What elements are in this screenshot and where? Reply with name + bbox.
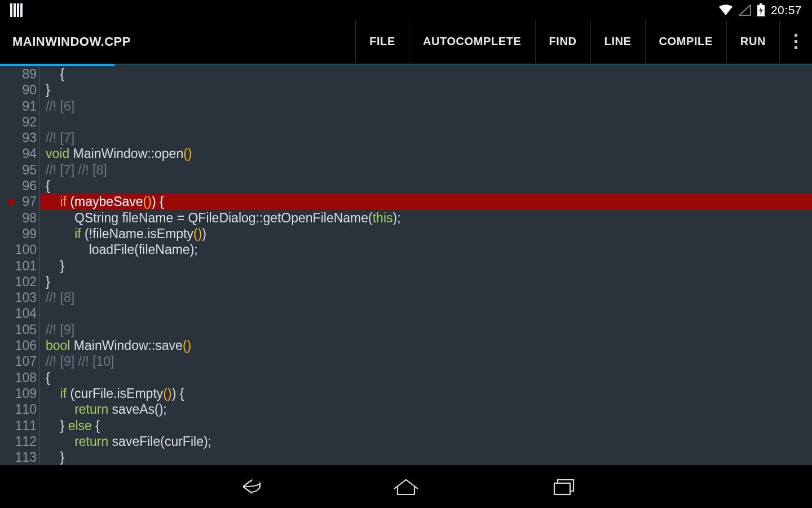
menu-autocomplete[interactable]: AUTOCOMPLETE (409, 20, 535, 63)
code-content[interactable]: QString fileName = QFileDialog::getOpenF… (39, 210, 812, 226)
code-content[interactable]: //! [9] (39, 322, 812, 338)
code-content[interactable]: return saveFile(curFile); (39, 433, 812, 449)
line-number[interactable]: 95 (0, 162, 39, 178)
code-line[interactable]: 111 } else { (0, 418, 812, 433)
line-number[interactable]: 94 (0, 146, 39, 161)
line-number[interactable]: 111 (0, 418, 39, 433)
code-line[interactable]: 99 if (!fileName.isEmpty()) (0, 226, 812, 242)
code-content[interactable]: void MainWindow::open() (39, 146, 812, 161)
cell-signal-icon (739, 5, 751, 16)
line-number[interactable]: 103 (0, 290, 39, 305)
code-content[interactable]: //! [8] (39, 290, 812, 305)
code-line[interactable]: 104 (0, 305, 812, 321)
menu-compile[interactable]: COMPILE (645, 20, 726, 63)
line-number[interactable]: 106 (0, 338, 39, 353)
code-line[interactable]: 91//! [6] (0, 98, 812, 114)
code-content[interactable]: } else { (39, 418, 812, 433)
action-bar: MAINWINDOW.CPP FILE AUTOCOMPLETE FIND LI… (0, 20, 812, 64)
code-content[interactable]: loadFile(fileName); (39, 242, 812, 257)
code-content[interactable] (39, 114, 812, 130)
line-number[interactable]: 90 (0, 82, 39, 98)
code-line[interactable]: 96{ (0, 178, 812, 194)
code-content[interactable]: //! [7] (39, 130, 812, 146)
code-line[interactable]: 106bool MainWindow::save() (0, 338, 812, 353)
code-line[interactable]: 92 (0, 114, 812, 130)
code-content[interactable]: } (39, 82, 812, 98)
code-line[interactable]: 97 if (maybeSave()) { (0, 194, 812, 209)
svg-rect-0 (10, 3, 12, 17)
line-number[interactable]: 109 (0, 386, 39, 401)
code-line[interactable]: 109 if (curFile.isEmpty()) { (0, 386, 812, 401)
code-line[interactable]: 103//! [8] (0, 290, 812, 305)
battery-charging-icon (757, 3, 765, 17)
code-content[interactable] (39, 305, 812, 321)
line-number[interactable]: 112 (0, 433, 39, 449)
code-content[interactable]: { (39, 178, 812, 194)
status-clock: 20:57 (771, 3, 802, 17)
line-number[interactable]: 107 (0, 353, 39, 369)
code-line[interactable]: 98 QString fileName = QFileDialog::getOp… (0, 210, 812, 226)
code-editor[interactable]: 89 {90}91//! [6]9293//! [7]94void MainWi… (0, 66, 812, 465)
code-content[interactable]: { (39, 66, 812, 82)
menu-run[interactable]: RUN (726, 20, 779, 63)
code-line[interactable]: 93//! [7] (0, 130, 812, 146)
nav-home-button[interactable] (389, 474, 423, 500)
code-content[interactable]: //! [6] (39, 98, 812, 114)
code-content[interactable]: //! [9] //! [10] (39, 353, 812, 369)
code-line[interactable]: 90} (0, 82, 812, 98)
line-number[interactable]: 96 (0, 178, 39, 194)
menu-file[interactable]: FILE (355, 20, 409, 63)
android-status-bar: 20:57 (0, 0, 812, 20)
code-line[interactable]: 108{ (0, 370, 812, 386)
code-line[interactable]: 107//! [9] //! [10] (0, 353, 812, 369)
code-line[interactable]: 113 } (0, 449, 812, 465)
svg-rect-1 (14, 3, 16, 17)
code-content[interactable]: } (39, 274, 812, 290)
breakpoint-icon[interactable] (8, 199, 15, 205)
action-bar-items: FILE AUTOCOMPLETE FIND LINE COMPILE RUN (355, 20, 779, 63)
nav-recents-button[interactable] (547, 474, 581, 500)
code-content[interactable]: if (curFile.isEmpty()) { (39, 386, 812, 401)
line-number[interactable]: 110 (0, 401, 39, 417)
code-content[interactable]: bool MainWindow::save() (39, 338, 812, 353)
code-line[interactable]: 94void MainWindow::open() (0, 146, 812, 161)
code-line[interactable]: 102} (0, 274, 812, 290)
code-content[interactable]: //! [7] //! [8] (39, 162, 812, 178)
svg-rect-2 (17, 3, 19, 17)
code-line[interactable]: 100 loadFile(fileName); (0, 242, 812, 257)
code-line[interactable]: 112 return saveFile(curFile); (0, 433, 812, 449)
line-number[interactable]: 91 (0, 98, 39, 114)
nav-back-button[interactable] (231, 474, 265, 500)
android-nav-bar (0, 465, 812, 508)
line-number[interactable]: 105 (0, 322, 39, 338)
code-content[interactable]: } (39, 258, 812, 274)
line-number[interactable]: 104 (0, 305, 39, 321)
overflow-menu-icon[interactable] (779, 20, 812, 63)
menu-line[interactable]: LINE (590, 20, 645, 63)
code-content[interactable]: { (39, 370, 812, 386)
menu-find[interactable]: FIND (535, 20, 590, 63)
line-number[interactable]: 100 (0, 242, 39, 257)
code-content[interactable]: return saveAs(); (39, 401, 812, 417)
code-line[interactable]: 110 return saveAs(); (0, 401, 812, 417)
svg-rect-5 (760, 3, 762, 5)
line-number[interactable]: 108 (0, 370, 39, 386)
line-number[interactable]: 89 (0, 66, 39, 82)
line-number[interactable]: 102 (0, 274, 39, 290)
line-number[interactable]: 113 (0, 449, 39, 465)
line-number[interactable]: 101 (0, 258, 39, 274)
code-line[interactable]: 105//! [9] (0, 322, 812, 338)
line-number[interactable]: 97 (0, 194, 39, 209)
line-number[interactable]: 93 (0, 130, 39, 146)
svg-rect-6 (554, 483, 570, 494)
code-line[interactable]: 95//! [7] //! [8] (0, 162, 812, 178)
code-line[interactable]: 89 { (0, 66, 812, 82)
line-number[interactable]: 99 (0, 226, 39, 242)
code-content[interactable]: if (maybeSave()) { (39, 194, 812, 209)
status-app-icon (10, 3, 26, 17)
line-number[interactable]: 98 (0, 210, 39, 226)
code-content[interactable]: } (39, 449, 812, 465)
code-content[interactable]: if (!fileName.isEmpty()) (39, 226, 812, 242)
code-line[interactable]: 101 } (0, 258, 812, 274)
line-number[interactable]: 92 (0, 114, 39, 130)
